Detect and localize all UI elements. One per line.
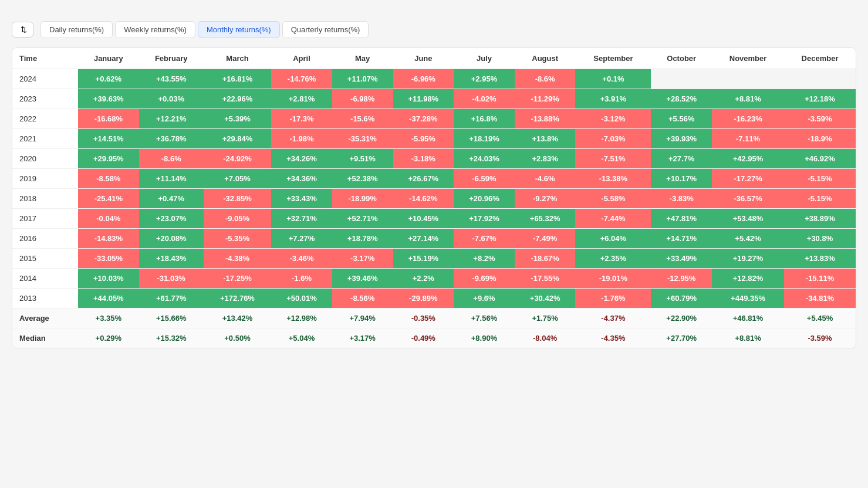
average-label: Average [12, 309, 78, 328]
value-cell: +18.19% [454, 129, 515, 149]
value-cell: +61.77% [139, 289, 204, 309]
value-cell: +16.81% [204, 69, 271, 89]
average-value-cell: +3.35% [78, 309, 139, 328]
col-header: May [332, 48, 393, 69]
value-cell: +8.2% [454, 249, 515, 269]
year-cell: 2019 [12, 169, 78, 189]
value-cell: +2.83% [515, 149, 576, 169]
asset-selector[interactable]: ⇅ [12, 22, 33, 38]
value-cell: +26.67% [393, 169, 454, 189]
value-cell: +19.27% [712, 249, 784, 269]
value-cell: +10.17% [651, 169, 712, 189]
col-header: August [515, 48, 576, 69]
value-cell: -17.3% [271, 109, 332, 129]
table-row: 2018-25.41%+0.47%-32.85%+33.43%-18.99%-1… [12, 189, 856, 209]
tab-btn[interactable]: Weekly returns(%) [115, 21, 195, 38]
value-cell: +28.52% [651, 89, 712, 109]
value-cell: +10.03% [78, 269, 139, 289]
tab-btn[interactable]: Quarterly returns(%) [282, 21, 369, 38]
tab-btn[interactable]: Daily returns(%) [40, 21, 113, 38]
value-cell [712, 69, 784, 89]
median-value-cell: +15.32% [139, 328, 204, 348]
value-cell: +29.95% [78, 149, 139, 169]
value-cell: -11.29% [515, 89, 576, 109]
value-cell: -32.85% [204, 189, 271, 209]
tab-btn[interactable]: Monthly returns(%) [198, 21, 280, 38]
value-cell: +52.71% [332, 209, 393, 229]
year-cell: 2022 [12, 109, 78, 129]
value-cell: -3.18% [393, 149, 454, 169]
col-header: January [78, 48, 139, 69]
value-cell: -5.95% [393, 129, 454, 149]
value-cell: +11.07% [332, 69, 393, 89]
value-cell: -3.12% [575, 109, 651, 129]
value-cell: +24.03% [454, 149, 515, 169]
value-cell: -7.51% [575, 149, 651, 169]
value-cell: +12.82% [712, 269, 784, 289]
value-cell: +33.43% [271, 189, 332, 209]
value-cell: +27.7% [651, 149, 712, 169]
value-cell: -35.31% [332, 129, 393, 149]
value-cell: -5.15% [784, 189, 856, 209]
value-cell: +34.36% [271, 169, 332, 189]
value-cell: +5.42% [712, 229, 784, 249]
col-header: March [204, 48, 271, 69]
value-cell: +53.48% [712, 209, 784, 229]
year-cell: 2017 [12, 209, 78, 229]
value-cell: +20.96% [454, 189, 515, 209]
value-cell: -25.41% [78, 189, 139, 209]
value-cell: -34.81% [784, 289, 856, 309]
value-cell: -8.58% [78, 169, 139, 189]
value-cell: +11.98% [393, 89, 454, 109]
table-row: 2017-0.04%+23.07%-9.05%+32.71%+52.71%+10… [12, 209, 856, 229]
median-value-cell: +5.04% [271, 328, 332, 348]
average-value-cell: -0.35% [393, 309, 454, 328]
value-cell: +2.35% [575, 249, 651, 269]
table-body: 2024+0.62%+43.55%+16.81%-14.76%+11.07%-6… [12, 69, 856, 348]
controls-bar: ⇅ Daily returns(%)Weekly returns(%)Month… [12, 21, 856, 38]
value-cell: -7.49% [515, 229, 576, 249]
value-cell: -5.58% [575, 189, 651, 209]
value-cell: -8.6% [515, 69, 576, 89]
value-cell: -4.38% [204, 249, 271, 269]
value-cell: +38.89% [784, 209, 856, 229]
year-cell: 2014 [12, 269, 78, 289]
average-row: Average+3.35%+15.66%+13.42%+12.98%+7.94%… [12, 309, 856, 328]
median-value-cell: +3.17% [332, 328, 393, 348]
value-cell: +65.32% [515, 209, 576, 229]
year-cell: 2024 [12, 69, 78, 89]
value-cell: -8.6% [139, 149, 204, 169]
value-cell: +60.79% [651, 289, 712, 309]
value-cell: -12.95% [651, 269, 712, 289]
value-cell: -9.69% [454, 269, 515, 289]
value-cell: +10.45% [393, 209, 454, 229]
average-value-cell: +1.75% [515, 309, 576, 328]
median-value-cell: +0.29% [78, 328, 139, 348]
median-value-cell: +8.90% [454, 328, 515, 348]
value-cell: +47.81% [651, 209, 712, 229]
value-cell: +27.14% [393, 229, 454, 249]
value-cell: +23.07% [139, 209, 204, 229]
value-cell: +33.49% [651, 249, 712, 269]
value-cell: +6.04% [575, 229, 651, 249]
median-label: Median [12, 328, 78, 348]
value-cell: +30.42% [515, 289, 576, 309]
value-cell: +17.92% [454, 209, 515, 229]
average-value-cell: +12.98% [271, 309, 332, 328]
value-cell: -14.62% [393, 189, 454, 209]
value-cell: -3.46% [271, 249, 332, 269]
median-value-cell: -8.04% [515, 328, 576, 348]
value-cell: +44.05% [78, 289, 139, 309]
value-cell: -5.15% [784, 169, 856, 189]
value-cell: -6.98% [332, 89, 393, 109]
value-cell: +0.1% [575, 69, 651, 89]
col-header: December [784, 48, 856, 69]
value-cell: +13.83% [784, 249, 856, 269]
col-header: September [575, 48, 651, 69]
value-cell: -18.99% [332, 189, 393, 209]
value-cell: +7.05% [204, 169, 271, 189]
median-value-cell: -3.59% [784, 328, 856, 348]
table-row: 2022-16.68%+12.21%+5.39%-17.3%-15.6%-37.… [12, 109, 856, 129]
value-cell: -17.25% [204, 269, 271, 289]
col-header: Time [12, 48, 78, 69]
